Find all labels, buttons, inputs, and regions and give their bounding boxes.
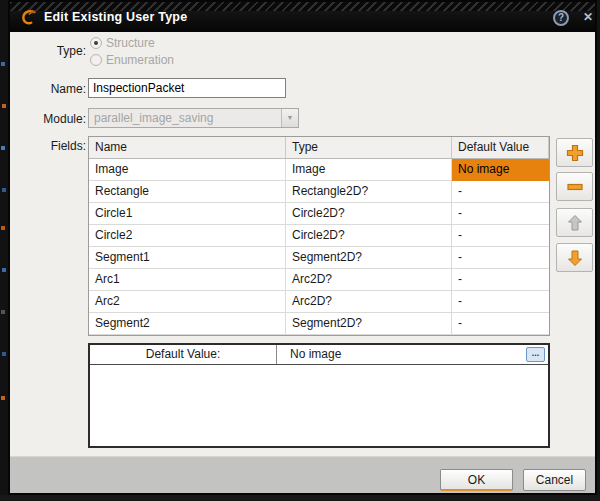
close-icon[interactable]: ✕ bbox=[580, 9, 596, 25]
arrow-up-icon bbox=[565, 213, 585, 233]
ok-button[interactable]: OK bbox=[440, 469, 513, 491]
table-row[interactable]: Circle1 Circle2D? - bbox=[89, 203, 549, 225]
desktop-background-bottom bbox=[0, 495, 600, 501]
module-dropdown-value: parallel_image_saving bbox=[94, 111, 213, 125]
desktop-speck bbox=[2, 268, 6, 272]
fields-table: Name Type Default Value Image Image No i… bbox=[88, 136, 550, 336]
cell-type[interactable]: Arc2D? bbox=[286, 269, 452, 291]
radio-enumeration-icon[interactable] bbox=[90, 54, 102, 66]
cell-default-value-selected[interactable]: No image bbox=[452, 159, 549, 181]
table-row[interactable]: Image Image No image bbox=[89, 159, 549, 181]
cell-type[interactable]: Segment2D? bbox=[286, 247, 452, 269]
cell-name[interactable]: Arc2 bbox=[89, 291, 286, 313]
cell-default-value[interactable]: - bbox=[452, 203, 549, 225]
name-input[interactable] bbox=[88, 78, 286, 98]
column-header-name[interactable]: Name bbox=[89, 137, 286, 159]
browse-ellipsis-button[interactable]: ... bbox=[526, 347, 545, 362]
column-header-type[interactable]: Type bbox=[286, 137, 452, 159]
radio-enumeration-label: Enumeration bbox=[106, 53, 174, 67]
cell-type[interactable]: Image bbox=[286, 159, 452, 181]
radio-structure-label: Structure bbox=[106, 36, 155, 50]
default-value-panel: Default Value: No image ... bbox=[88, 343, 550, 448]
type-label: Type: bbox=[16, 44, 86, 58]
cell-default-value[interactable]: - bbox=[452, 291, 549, 313]
cell-name[interactable]: Circle1 bbox=[89, 203, 286, 225]
table-row[interactable]: Arc1 Arc2D? - bbox=[89, 269, 549, 291]
titlebar[interactable]: Edit Existing User Type ? ✕ bbox=[10, 2, 595, 32]
cell-type[interactable]: Arc2D? bbox=[286, 291, 452, 313]
table-row[interactable]: Segment2 Segment2D? - bbox=[89, 313, 549, 335]
remove-field-button[interactable] bbox=[556, 172, 593, 201]
module-label: Module: bbox=[16, 112, 86, 126]
desktop-speck bbox=[2, 352, 6, 356]
cancel-button[interactable]: Cancel bbox=[523, 469, 586, 491]
desktop-speck bbox=[1, 226, 5, 230]
edit-user-type-dialog: Edit Existing User Type ? ✕ Type: Name: … bbox=[8, 0, 597, 495]
arrow-down-icon bbox=[565, 248, 585, 268]
radio-structure-icon[interactable] bbox=[90, 37, 102, 49]
table-header-row: Name Type Default Value bbox=[89, 137, 549, 159]
cell-type[interactable]: Segment2D? bbox=[286, 313, 452, 335]
cell-default-value[interactable]: - bbox=[452, 247, 549, 269]
column-header-default-value[interactable]: Default Value bbox=[452, 137, 549, 159]
cell-default-value[interactable]: - bbox=[452, 313, 549, 335]
cell-name[interactable]: Segment1 bbox=[89, 247, 286, 269]
footer-bar: OK Cancel bbox=[10, 456, 595, 493]
move-down-button[interactable] bbox=[556, 243, 593, 272]
desktop-speck bbox=[1, 146, 5, 150]
default-value-label: Default Value: bbox=[90, 345, 277, 364]
cell-name[interactable]: Arc1 bbox=[89, 269, 286, 291]
table-row[interactable]: Segment1 Segment2D? - bbox=[89, 247, 549, 269]
cell-type[interactable]: Circle2D? bbox=[286, 225, 452, 247]
fields-label: Fields: bbox=[16, 139, 86, 153]
desktop-speck bbox=[1, 310, 5, 314]
cell-default-value[interactable]: - bbox=[452, 225, 549, 247]
desktop-speck bbox=[2, 188, 6, 192]
table-row[interactable]: Rectangle Rectangle2D? - bbox=[89, 181, 549, 203]
help-icon[interactable]: ? bbox=[553, 10, 569, 26]
default-value-header: Default Value: No image ... bbox=[90, 345, 548, 365]
name-label: Name: bbox=[16, 82, 86, 96]
cell-default-value[interactable]: - bbox=[452, 269, 549, 291]
cell-name[interactable]: Rectangle bbox=[89, 181, 286, 203]
plus-icon bbox=[565, 143, 585, 163]
cell-name[interactable]: Segment2 bbox=[89, 313, 286, 335]
desktop-speck bbox=[2, 104, 6, 108]
desktop-speck bbox=[1, 62, 5, 66]
cell-name[interactable]: Image bbox=[89, 159, 286, 181]
app-logo-icon bbox=[19, 8, 39, 28]
move-up-button[interactable] bbox=[556, 208, 593, 237]
default-value-text[interactable]: No image bbox=[290, 345, 341, 364]
desktop-speck bbox=[1, 396, 5, 400]
add-field-button[interactable] bbox=[556, 138, 593, 167]
table-row[interactable]: Arc2 Arc2D? - bbox=[89, 291, 549, 313]
cell-type[interactable]: Rectangle2D? bbox=[286, 181, 452, 203]
desktop-background-left bbox=[0, 0, 8, 501]
chevron-down-icon[interactable]: ▼ bbox=[281, 109, 298, 127]
cell-default-value[interactable]: - bbox=[452, 181, 549, 203]
radio-option-structure[interactable]: Structure bbox=[90, 36, 155, 50]
radio-option-enumeration[interactable]: Enumeration bbox=[90, 53, 174, 67]
table-row[interactable]: Circle2 Circle2D? - bbox=[89, 225, 549, 247]
cell-name[interactable]: Circle2 bbox=[89, 225, 286, 247]
minus-icon bbox=[565, 177, 585, 197]
module-dropdown[interactable]: parallel_image_saving ▼ bbox=[88, 108, 299, 128]
cell-type[interactable]: Circle2D? bbox=[286, 203, 452, 225]
dialog-title: Edit Existing User Type bbox=[44, 10, 187, 24]
